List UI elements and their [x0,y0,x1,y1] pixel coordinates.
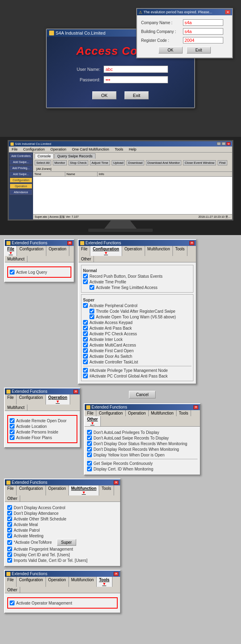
cb-swipe-continuous-cb[interactable] [87,461,92,466]
tab-other-tools[interactable]: Tools [177,410,191,416]
cb-no-reboot-cb[interactable] [87,447,92,452]
cb-global-anti-cb[interactable] [83,374,88,378]
panel-file-close[interactable]: ✕ [67,241,72,245]
menu-operation[interactable]: Operation [49,147,68,152]
btn-download[interactable]: Download [127,160,144,165]
tab-multi-other[interactable]: Other [5,495,20,502]
btn-find[interactable]: Find [218,160,227,165]
tab-tools-op[interactable]: Operation [46,577,69,587]
sidebar-operation[interactable]: Operation [10,184,32,189]
tab-console[interactable]: Console [35,153,54,159]
tab-op-file[interactable]: File [5,394,17,405]
btn-adjusttime[interactable]: Adjust Time [90,160,110,165]
cb-no-autoload-swipe-cb[interactable] [87,436,92,440]
tab-config-file[interactable]: File [79,246,90,256]
btn-dlmonitor[interactable]: Download And Monitor [146,160,182,165]
cb-persons-inside-cb[interactable] [10,429,15,434]
cb-no-autoload-priv-cb[interactable] [87,430,92,435]
tab-other-multi[interactable]: Multifunction [149,410,177,416]
cb-firstcard-cb[interactable] [83,348,88,353]
tab-file-multi[interactable]: Multifunct [5,256,27,262]
cb-other-shift-cb[interactable] [7,516,12,521]
tab-file-file[interactable]: File ▼ [5,246,17,256]
tab-tools-tools[interactable]: Tools ▼ [97,577,112,587]
sidebar-add-swipe2[interactable]: Add Swipe... [10,171,32,177]
super-button[interactable]: Super [57,539,77,546]
tab-tools-config[interactable]: Configuration [17,577,46,587]
sidebar-add-controllers[interactable]: Add Controllers [10,153,32,159]
cb-pc-check-cb[interactable] [83,331,88,336]
cb-no-access-ctrl-cb[interactable] [7,505,12,510]
panel-multi-close[interactable]: ✕ [114,481,118,485]
cb-door-switch-cb[interactable] [83,354,88,359]
ok-button[interactable]: OK [92,91,116,99]
sidebar-add-privilege[interactable]: Add Privileg... [10,165,32,171]
btn-monitor[interactable]: Monitor [53,160,67,165]
tab-config-other[interactable]: Other [79,256,94,262]
cb-cert-id-cb[interactable] [7,552,12,557]
tab-config-config[interactable]: Configuration ▼ [90,246,122,256]
exit-button[interactable]: Exit [125,91,149,99]
app-maximize[interactable]: □ [222,142,226,145]
app-minimize[interactable]: _ [217,142,221,145]
tab-other-other[interactable]: Other ▼ [85,416,101,426]
cb-record-push-cb[interactable] [83,274,88,279]
sidebar-add-swipe[interactable]: Add Swipe... [10,159,32,165]
tab-config-multi[interactable]: Multifunction [145,246,173,256]
tab-other-file[interactable]: File [85,410,96,416]
cancel-button[interactable]: Cancel [129,391,155,398]
tab-other-config[interactable]: Configuration [96,410,125,416]
tab-file-config[interactable]: Configuration [17,246,46,256]
cb-meeting-cb[interactable] [7,533,12,538]
cb-meal-cb[interactable] [7,522,12,527]
panel-config-close[interactable]: ✕ [189,241,194,245]
panel-other-close[interactable]: ✕ [193,405,198,409]
tab-multi-config[interactable]: Configuration [17,485,46,495]
register-code-input[interactable] [183,37,223,43]
cb-open-warn-cb[interactable] [89,314,94,319]
cb-floor-plans-cb[interactable] [10,435,15,440]
eval-close-button[interactable]: ✕ [225,10,231,14]
cb-onetomany-cb[interactable] [7,540,12,545]
app-close[interactable]: ✕ [226,142,231,145]
panel-tools-close[interactable]: ✕ [114,572,118,576]
cb-no-door-status-cb[interactable] [87,441,92,446]
tab-multi-op[interactable]: Operation [46,485,69,495]
menu-configuration[interactable]: Configuration [22,147,46,152]
cb-yellow-icon-cb[interactable] [87,452,92,457]
cb-operator-mgmt-cb[interactable] [10,601,15,605]
tab-op-op[interactable]: Operation ▼ [46,394,70,405]
cb-time-profile-cb[interactable] [83,279,88,284]
menu-help[interactable]: Help [128,147,138,152]
menu-file[interactable]: File [10,147,19,152]
cb-time-seg-cb[interactable] [89,285,94,290]
btn-selectall[interactable]: Select All [35,160,51,165]
tab-query[interactable]: Query Swipe Records [54,153,96,159]
menu-onecard[interactable]: One Card Multifunction [71,147,110,152]
btn-upload[interactable]: Upload [112,160,125,165]
cb-imports-valid-cb[interactable] [7,558,12,563]
cb-active-log[interactable] [10,270,15,275]
cb-location-cb[interactable] [10,424,15,429]
sidebar-configuration[interactable]: Configuration [10,178,32,183]
tab-other-op[interactable]: Operation [126,410,149,416]
sidebar-attendance[interactable]: Attendance [10,190,32,195]
tab-op-multi[interactable]: Multifunct [5,405,27,411]
tab-config-tools[interactable]: Tools [173,246,187,256]
tab-config-op[interactable]: Operation [122,246,145,256]
tab-multi-tools[interactable]: Tools [99,485,114,495]
cb-no-attendance-cb[interactable] [7,511,12,516]
cb-privilege-type-cb[interactable] [83,368,88,373]
password-input[interactable] [104,76,168,83]
tab-multi-multi[interactable]: Multifunction ▼ [69,485,100,495]
tab-multi-file[interactable]: File [5,485,17,495]
btn-stopcheck[interactable]: Stop Check [69,160,88,165]
tab-op-config[interactable]: Configuration [17,394,46,405]
cb-fingerprint-cb[interactable] [7,547,12,551]
eval-ok-button[interactable]: OK [158,47,183,54]
cb-peripheral-cb[interactable] [83,303,88,308]
building-company-input[interactable] [183,28,223,35]
cb-remote-open-cb[interactable] [10,418,15,423]
company-name-input[interactable] [183,19,223,26]
username-input[interactable] [104,66,168,73]
